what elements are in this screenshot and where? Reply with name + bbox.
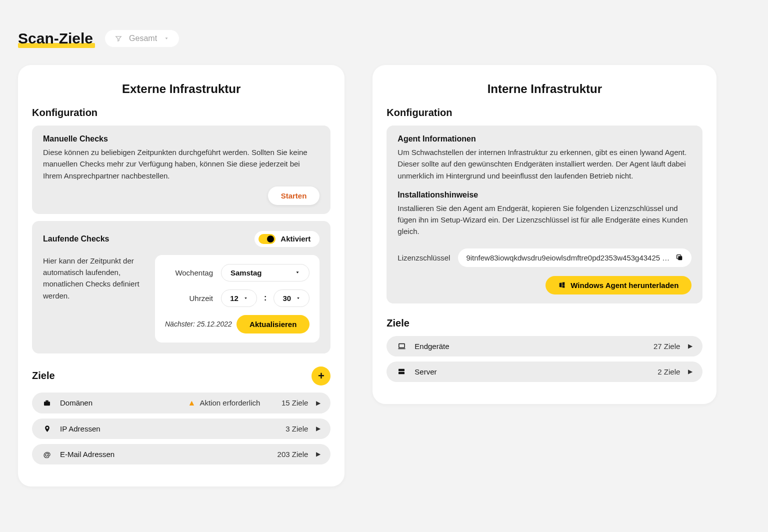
chevron-down-icon	[296, 296, 300, 300]
running-checks-heading: Laufende Checks	[43, 234, 109, 244]
target-row-endgeraete[interactable]: Endgeräte 27 Ziele ▶	[386, 336, 702, 356]
warning-icon: ▲	[188, 398, 196, 408]
weekday-select[interactable]: Samstag	[221, 264, 310, 282]
row-count: 15 Ziele	[268, 398, 308, 407]
chevron-down-icon	[164, 36, 169, 41]
internal-config-title: Konfiguration	[386, 107, 702, 118]
copy-icon[interactable]	[676, 254, 684, 262]
row-warning: ▲ Aktion erforderlich	[188, 398, 260, 408]
agent-info-text: Um Schwachstellen der internen Infrastru…	[398, 146, 692, 182]
plus-icon: +	[318, 370, 324, 382]
license-box: 9itnfew83iowqkdwsdru9eiowlsdmftre0pd2353…	[458, 248, 692, 267]
agent-info-heading: Agent Informationen	[398, 134, 692, 144]
svg-rect-1	[46, 400, 48, 402]
install-text: Installieren Sie den Agent am Endgerät, …	[398, 202, 692, 238]
download-label: Windows Agent herunterladen	[570, 281, 678, 290]
internal-card: Interne Infrastruktur Konfiguration Agen…	[372, 65, 716, 404]
chevron-down-icon	[244, 296, 248, 300]
minute-select[interactable]: 30	[274, 290, 310, 307]
license-value: 9itnfew83iowqkdwsdru9eiowlsdmftre0pd2353…	[466, 254, 670, 262]
running-description: Hier kann der Zeitpunkt der automatisch …	[43, 255, 143, 342]
manual-checks-text: Diese können zu beliebigen Zeitpunkten d…	[43, 146, 320, 182]
svg-rect-6	[398, 372, 404, 374]
toggle-switch	[258, 234, 276, 244]
row-count: 2 Ziele	[640, 368, 680, 376]
row-count: 203 Ziele	[268, 450, 308, 458]
server-icon	[396, 368, 406, 376]
row-label: IP Adressen	[60, 424, 100, 433]
target-row-ip[interactable]: IP Adressen 3 Ziele ▶	[32, 418, 330, 439]
activated-label: Aktiviert	[280, 234, 310, 243]
svg-rect-0	[44, 402, 50, 406]
minute-value: 30	[282, 294, 291, 302]
external-card: Externe Infrastruktur Konfiguration Manu…	[18, 65, 344, 486]
briefcase-icon	[42, 399, 52, 407]
internal-title: Interne Infrastruktur	[386, 82, 702, 96]
row-count: 3 Ziele	[268, 424, 308, 433]
start-button[interactable]: Starten	[268, 186, 320, 205]
chevron-right-icon: ▶	[688, 368, 692, 375]
target-row-server[interactable]: Server 2 Ziele ▶	[386, 362, 702, 382]
add-target-button[interactable]: +	[312, 366, 330, 386]
weekday-label: Wochentag	[165, 268, 213, 277]
weekday-value: Samstag	[230, 268, 262, 277]
row-count: 27 Ziele	[640, 342, 680, 350]
time-label: Uhrzeit	[165, 294, 213, 302]
internal-targets-title: Ziele	[386, 318, 702, 329]
activated-toggle[interactable]: Aktiviert	[254, 231, 320, 247]
funnel-icon	[115, 35, 122, 42]
windows-icon	[558, 282, 566, 288]
page-title: Scan-Ziele	[18, 30, 93, 47]
chevron-right-icon: ▶	[316, 425, 320, 432]
external-targets-title: Ziele	[32, 370, 55, 382]
svg-rect-4	[399, 344, 404, 348]
filter-label: Gesamt	[129, 34, 157, 43]
time-colon: :	[264, 294, 266, 302]
next-check-label: Nächster: 25.12.2022	[165, 320, 232, 328]
map-pin-icon	[42, 425, 52, 432]
chevron-right-icon: ▶	[688, 342, 692, 350]
row-label: E-Mail Adressen	[60, 450, 114, 458]
manual-checks-panel: Manuelle Checks Diese können zu beliebig…	[32, 126, 330, 214]
install-heading: Installationshinweise	[398, 190, 692, 200]
svg-rect-5	[398, 369, 404, 372]
target-row-email[interactable]: @ E-Mail Adressen 203 Ziele ▶	[32, 444, 330, 464]
license-label: Lizenzschlüssel	[398, 254, 450, 262]
update-button[interactable]: Aktualisieren	[236, 315, 310, 334]
filter-dropdown[interactable]: Gesamt	[105, 30, 179, 47]
manual-checks-heading: Manuelle Checks	[43, 134, 320, 144]
chevron-right-icon: ▶	[316, 450, 320, 458]
download-windows-agent-button[interactable]: Windows Agent herunterladen	[546, 276, 692, 294]
row-label: Endgeräte	[414, 342, 449, 350]
warning-text: Aktion erforderlich	[200, 398, 260, 407]
target-row-domains[interactable]: Domänen ▲ Aktion erforderlich 15 Ziele ▶	[32, 392, 330, 414]
chevron-down-icon	[295, 270, 300, 275]
laptop-icon	[396, 342, 406, 350]
svg-rect-2	[678, 256, 682, 260]
at-icon: @	[42, 450, 52, 458]
hour-value: 12	[230, 294, 238, 302]
external-title: Externe Infrastruktur	[32, 82, 330, 96]
running-checks-panel: Laufende Checks Aktiviert Hier kann der …	[32, 221, 330, 354]
external-config-title: Konfiguration	[32, 107, 330, 118]
agent-panel: Agent Informationen Um Schwachstellen de…	[386, 126, 702, 304]
schedule-box: Wochentag Samstag Uhrzeit	[155, 255, 320, 342]
hour-select[interactable]: 12	[221, 290, 257, 307]
row-label: Server	[414, 368, 436, 376]
chevron-right-icon: ▶	[316, 400, 320, 406]
row-label: Domänen	[60, 398, 92, 407]
